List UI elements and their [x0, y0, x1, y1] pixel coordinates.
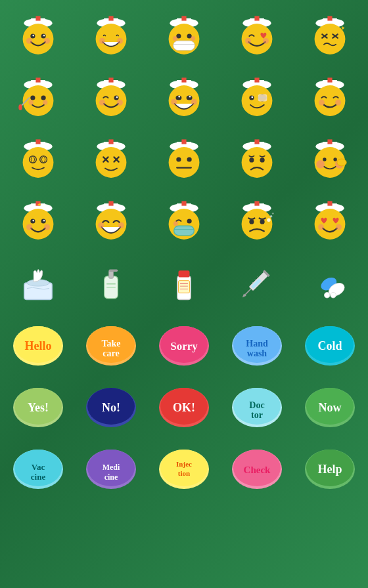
svg-rect-29 [254, 16, 259, 20]
svg-point-158 [314, 209, 345, 240]
svg-point-59 [117, 100, 123, 106]
sticker-medicine[interactable]: Medi cine [76, 438, 147, 497]
emoji-sick-nurse[interactable]: ✦ [294, 7, 365, 66]
emoji-row-2 [3, 68, 365, 127]
emoji-worried-nurse[interactable] [221, 130, 292, 189]
sticker-no[interactable]: No! [76, 377, 147, 436]
svg-point-58 [99, 100, 105, 106]
svg-point-67 [189, 96, 191, 98]
svg-point-8 [43, 35, 45, 37]
svg-text:No!: No! [102, 401, 120, 414]
emoji-laugh-nurse[interactable] [76, 192, 147, 251]
sticker-injection[interactable]: Injec tion [149, 438, 219, 497]
svg-point-84 [335, 100, 341, 106]
medicine-bottle-cell[interactable] [149, 253, 219, 312]
sticker-sorry[interactable]: Sorry [149, 315, 219, 374]
svg-point-151 [260, 219, 264, 224]
emoji-grin-nurse[interactable] [76, 7, 147, 66]
svg-rect-72 [254, 77, 259, 82]
svg-text:Doc: Doc [249, 400, 264, 410]
emoji-mask2-nurse[interactable] [149, 192, 219, 251]
emoji-needle-nurse[interactable] [3, 68, 74, 127]
svg-point-73 [241, 85, 272, 116]
syringe-cell[interactable] [221, 253, 292, 312]
svg-rect-93 [109, 139, 114, 144]
svg-point-160 [336, 224, 342, 230]
svg-text:Yes!: Yes! [28, 401, 49, 414]
sticker-vaccine[interactable]: Vac cine [3, 438, 74, 497]
svg-rect-164 [109, 270, 114, 278]
svg-text:tion: tion [178, 469, 190, 477]
svg-rect-62 [181, 77, 186, 82]
svg-point-76 [251, 96, 253, 98]
emoji-smile2-nurse[interactable] [294, 68, 365, 127]
svg-point-136 [98, 222, 104, 228]
emoji-bigsmile-nurse[interactable] [149, 68, 219, 127]
svg-point-10 [44, 38, 50, 44]
svg-point-49 [41, 95, 46, 100]
svg-rect-35 [327, 16, 332, 20]
emoji-happy-nurse[interactable] [3, 7, 74, 66]
svg-point-32 [263, 38, 269, 44]
svg-point-137 [118, 222, 124, 228]
svg-point-69 [191, 99, 197, 105]
emoji-wink-nurse[interactable] [76, 68, 147, 127]
svg-text:Cold: Cold [317, 339, 342, 352]
pill-cell[interactable] [294, 253, 365, 312]
svg-rect-108 [254, 139, 259, 144]
sticker-hand-wash[interactable]: Hand wash [221, 315, 292, 374]
tissue-cell[interactable] [3, 253, 74, 312]
sticker-yes[interactable]: Yes! [3, 377, 74, 436]
svg-point-48 [31, 95, 35, 100]
sticker-ok[interactable]: OK! [149, 377, 219, 436]
svg-line-179 [252, 282, 253, 283]
svg-text:Check: Check [243, 465, 270, 475]
sticker-doctor[interactable]: Doc tor [221, 377, 292, 436]
svg-point-26 [191, 36, 195, 41]
emoji-blush-nurse[interactable] [294, 130, 365, 189]
svg-point-185 [330, 292, 336, 298]
svg-rect-54 [109, 77, 114, 82]
svg-point-104 [187, 157, 191, 161]
svg-rect-140 [181, 201, 186, 205]
svg-rect-114 [327, 139, 332, 144]
svg-point-150 [249, 219, 254, 224]
emoji-cool-nurse[interactable]: ✦ [3, 192, 74, 251]
sticker-cold[interactable]: Cold [294, 315, 365, 374]
svg-rect-23 [173, 41, 195, 50]
sticker-now[interactable]: Now [294, 377, 365, 436]
svg-point-159 [318, 224, 324, 230]
sticker-help[interactable]: Help [294, 438, 365, 497]
svg-rect-87 [36, 139, 41, 144]
object-row [3, 253, 365, 312]
sticker-hello[interactable]: Hello [3, 315, 74, 374]
svg-text:OK!: OK! [173, 401, 195, 414]
emoji-neutral-nurse[interactable] [149, 130, 219, 189]
emoji-dizzy-nurse[interactable] [3, 130, 74, 189]
svg-point-15 [99, 38, 105, 44]
sticker-check[interactable]: Check [221, 438, 292, 497]
soap-cell[interactable] [76, 253, 147, 312]
emoji-angry-nurse[interactable] [221, 192, 292, 251]
svg-point-45 [23, 85, 54, 116]
svg-point-102 [169, 147, 200, 178]
svg-rect-19 [181, 16, 186, 20]
svg-point-111 [260, 158, 264, 162]
sticker-take-care[interactable]: Take care [76, 315, 147, 374]
svg-point-118 [316, 160, 325, 169]
svg-rect-157 [327, 201, 332, 205]
svg-point-128 [33, 220, 35, 222]
emoji-wink-heart-nurse[interactable] [221, 7, 292, 66]
emoji-row-3 [3, 130, 365, 189]
svg-point-25 [173, 36, 177, 41]
emoji-xeyes-nurse[interactable] [76, 130, 147, 189]
svg-text:cine: cine [104, 472, 118, 482]
emoji-mask-nurse[interactable] [149, 7, 219, 66]
emoji-love-nurse[interactable] [294, 192, 365, 251]
svg-line-180 [255, 280, 256, 280]
svg-point-51 [43, 100, 48, 105]
svg-rect-143 [174, 226, 195, 235]
svg-text:Vac: Vac [32, 462, 45, 472]
svg-text:Hand: Hand [246, 339, 268, 348]
emoji-patch-nurse[interactable] [221, 68, 292, 127]
